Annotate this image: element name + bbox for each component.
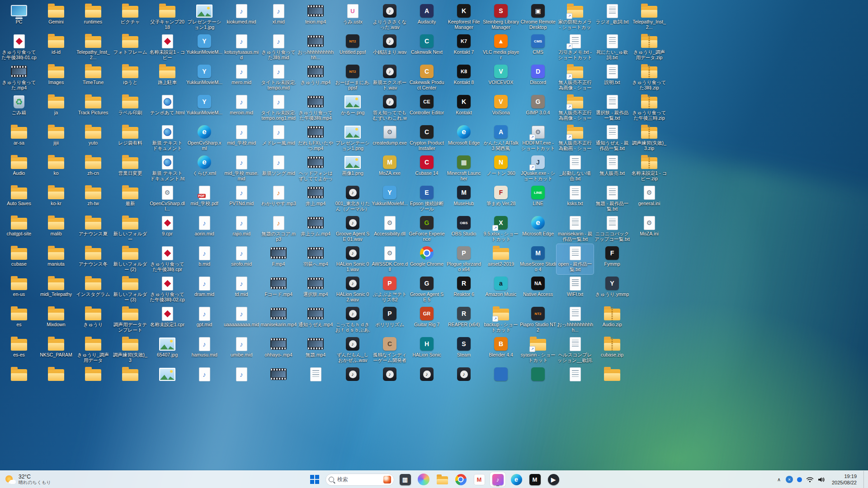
desktop-icon[interactable]: ▣Chrome Remote Desktop bbox=[519, 2, 557, 32]
desktop-icon[interactable]: 無題.mp4 bbox=[297, 335, 334, 365]
desktop-icon[interactable]: 新規 テキスト ドキュメント (2).html bbox=[149, 123, 186, 153]
desktop-icon[interactable]: open - 親作品一覧.txt bbox=[557, 244, 594, 274]
desktop-icon[interactable]: KKeepforest File Manager bbox=[445, 2, 482, 32]
task-view-button[interactable]: ▥ bbox=[397, 472, 413, 487]
desktop-icon[interactable]: cubase bbox=[0, 244, 38, 274]
desktop-icon[interactable]: プレゼンテーション1.png bbox=[334, 123, 371, 153]
desktop-icon[interactable]: J↗JQuake.exe - ショートカット bbox=[519, 153, 557, 183]
desktop-icon[interactable] bbox=[149, 365, 186, 395]
desktop-icon[interactable]: ♪aorin.mid bbox=[186, 214, 223, 244]
desktop-icon[interactable]: 新しいフォルダー bbox=[112, 214, 149, 244]
desktop-icon[interactable]: 名称未設定1.cpr bbox=[149, 305, 186, 335]
desktop-icon[interactable]: きゅうり食ってた午後3時-01.cpr bbox=[0, 32, 38, 62]
desktop-icon[interactable]: RREAPER (x64) bbox=[445, 305, 482, 335]
desktop-icon[interactable]: K7Kontakt 7 bbox=[445, 32, 482, 62]
desktop-icon[interactable]: ♪ bbox=[371, 365, 408, 395]
desktop-icon[interactable]: きゅうり食ってた3時.zip bbox=[631, 62, 668, 93]
desktop-icon[interactable]: ♪ bbox=[223, 365, 260, 395]
desktop-icon[interactable]: Pぷよぷよ™テトリス®2 bbox=[371, 274, 408, 305]
desktop-icon[interactable]: NT2おーばーまにあ.ppsf bbox=[334, 62, 371, 93]
desktop-icon[interactable]: Telepathy_Inst_2... bbox=[75, 32, 112, 62]
desktop-icon[interactable] bbox=[594, 365, 631, 395]
desktop-icon[interactable]: 井上ラム.mp4 bbox=[297, 214, 334, 244]
desktop-icon[interactable]: ♪td.mid bbox=[223, 274, 260, 305]
desktop-icon[interactable]: ♪答え知ってでもむずいわこれ.wav bbox=[371, 93, 408, 123]
desktop-icon[interactable]: ♪わかりやす.mp3 bbox=[260, 183, 297, 214]
mail-button[interactable]: M bbox=[472, 472, 487, 487]
desktop-icon[interactable]: ko bbox=[38, 153, 75, 183]
desktop-icon[interactable]: ゆうと bbox=[112, 62, 149, 93]
desktop-icon[interactable] bbox=[38, 365, 75, 395]
desktop-icon[interactable]: 調声練習(失敗)_3 bbox=[112, 335, 149, 365]
desktop-icon[interactable]: Yきゅうり.ymmp bbox=[594, 274, 631, 305]
desktop-icon[interactable]: ♪ bbox=[186, 365, 223, 395]
desktop-icon[interactable]: _起動しない場合.txt bbox=[557, 153, 594, 183]
desktop-icon[interactable]: ♪HALion Sonic 02.wav bbox=[334, 274, 371, 305]
desktop-icon[interactable]: F筆まめ Ver.28 bbox=[482, 183, 519, 214]
search-box[interactable]: 検索 bbox=[326, 474, 394, 486]
tray-blue-dot-icon[interactable] bbox=[797, 477, 802, 482]
desktop-icon[interactable]: ↗無人販売不正行為画像 - ショートカッ... bbox=[557, 62, 594, 93]
desktop-icon[interactable]: ♪新規エクスポート.wav bbox=[371, 62, 408, 93]
desktop-icon[interactable]: プレゼンテーション1.jpg bbox=[186, 2, 223, 32]
desktop-icon[interactable]: maniuta bbox=[38, 244, 75, 274]
desktop-icon[interactable]: きゅうり食ってた午後3時.mp4 bbox=[297, 93, 334, 123]
desktop-icon[interactable] bbox=[112, 365, 149, 395]
desktop-icon[interactable]: 無人販売.txt bbox=[594, 153, 631, 183]
desktop-icon[interactable]: aAmazon Music bbox=[482, 274, 519, 305]
desktop-icon[interactable]: eMicrosoft Edge bbox=[445, 123, 482, 153]
desktop-icon[interactable]: Aかんたん! AITalk 3 関西風 bbox=[482, 123, 519, 153]
desktop-icon[interactable]: PDFmid_学校.pdf bbox=[186, 183, 223, 214]
wifi-icon[interactable] bbox=[806, 477, 814, 483]
desktop-icon[interactable]: ♪新規ソング.mid bbox=[260, 153, 297, 183]
desktop-icon[interactable]: 羽荻へ.mp4 bbox=[297, 244, 334, 274]
desktop-icon[interactable]: ↗backup - ショートカット bbox=[482, 305, 519, 335]
desktop-icon[interactable]: ♪mero.mid bbox=[223, 62, 260, 93]
media-player-button[interactable]: ▶ bbox=[546, 472, 561, 487]
desktop-icon[interactable]: RReaktor 6 bbox=[445, 274, 482, 305]
desktop-icon[interactable]: cubase.zip bbox=[594, 335, 631, 365]
desktop-icon[interactable]: ⚙general.ini bbox=[631, 183, 668, 214]
desktop-icon[interactable]: yuto bbox=[75, 123, 112, 153]
volume-icon[interactable] bbox=[818, 477, 825, 483]
desktop-icon[interactable]: ♪ bbox=[334, 365, 371, 395]
desktop-icon[interactable]: きゅうり食ってた午後3時.cpr bbox=[149, 244, 186, 274]
desktop-icon[interactable] bbox=[75, 365, 112, 395]
desktop-icon[interactable]: 画像1.png bbox=[334, 153, 371, 183]
desktop-icon[interactable]: ♪rajio.mid bbox=[223, 214, 260, 244]
desktop-icon[interactable]: eくらび.xml bbox=[186, 153, 223, 183]
desktop-icon[interactable]: SSteinberg Library Manager bbox=[482, 2, 519, 32]
desktop-icon[interactable]: 選択肢.mp4 bbox=[297, 274, 334, 305]
desktop-icon[interactable]: アナウンス夏 bbox=[75, 214, 112, 244]
desktop-icon[interactable]: manisekarin - 親作品一覧.txt bbox=[557, 214, 594, 244]
tray-x-badge-icon[interactable]: × bbox=[786, 476, 793, 483]
desktop-icon[interactable]: Nノートン 360 bbox=[482, 153, 519, 183]
desktop-icon[interactable]: manisekarin.mp4 bbox=[260, 305, 297, 335]
desktop-icon[interactable]: ♪ずんだもん_しおかぜふ.wav bbox=[334, 335, 371, 365]
desktop-icon[interactable]: 新しいフォルダー (2) bbox=[112, 244, 149, 274]
desktop-icon[interactable]: ♪こってもｈｄきおｆｄｓｂぷあ.wav bbox=[334, 305, 371, 335]
desktop-icon[interactable]: 選択肢 - 親作品一覧.txt bbox=[594, 93, 631, 123]
desktop-icon[interactable]: ラジオ_歌詞.txt bbox=[594, 2, 631, 32]
desktop-icon[interactable]: ⚙createdump.exe bbox=[371, 123, 408, 153]
desktop-icon[interactable]: malib bbox=[38, 214, 75, 244]
desktop-icon[interactable]: ♪umibe.mid bbox=[223, 335, 260, 365]
desktop-icon[interactable]: レジ袋有料 bbox=[112, 123, 149, 153]
desktop-icon[interactable]: 新規 テキスト ドキュメント.html bbox=[149, 153, 186, 183]
desktop-icon[interactable]: かるー.png bbox=[334, 93, 371, 123]
desktop-icon[interactable]: YYukkuriMovieM... bbox=[186, 62, 223, 93]
desktop-icon[interactable]: ♪ bbox=[408, 365, 445, 395]
desktop-icon[interactable]: きゅうり食ってた.mp4 bbox=[0, 62, 38, 93]
desktop-icon[interactable]: K8Kontakt 8 bbox=[445, 62, 482, 93]
desktop-icon[interactable]: midi_Telepathy bbox=[38, 274, 75, 305]
m-app-button[interactable]: M bbox=[527, 472, 542, 487]
desktop-icon[interactable]: ⚙MoZA.ini bbox=[631, 214, 668, 244]
desktop-icon[interactable]: X↗9.5.xlsx - ショートカット bbox=[482, 214, 519, 244]
desktop-icon[interactable]: Uうみ.ustx bbox=[334, 2, 371, 32]
desktop-icon[interactable]: 通知うぜえ.mp4 bbox=[297, 305, 334, 335]
desktop-icon[interactable]: ラベル印刷 bbox=[112, 93, 149, 123]
desktop-icon[interactable]: ピクチャ bbox=[112, 2, 149, 32]
desktop-icon[interactable]: ♪よりうささくなった.wav bbox=[371, 2, 408, 32]
desktop-icon[interactable]: NT2Piapro Studio NT2 bbox=[519, 305, 557, 335]
desktop-icon[interactable]: YYukkuriMovieM... bbox=[186, 32, 223, 62]
